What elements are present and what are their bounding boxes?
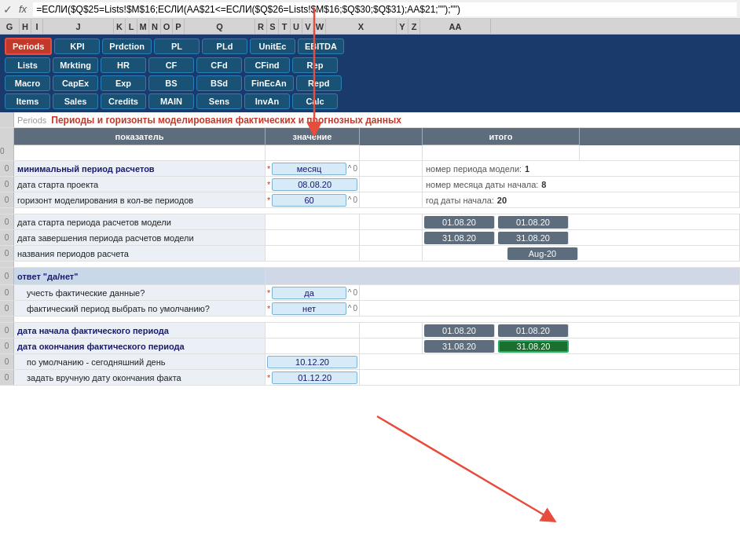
toolbar-btn-hr[interactable]: HR: [101, 57, 146, 73]
toolbar-row-1: ListsMrktingHRCFCFdCFindRep: [5, 57, 735, 73]
toolbar-btn-pld[interactable]: PLd: [202, 38, 247, 54]
toolbar-btn-invan[interactable]: InvAn: [244, 93, 290, 109]
toolbar-btn-sales[interactable]: Sales: [53, 93, 98, 109]
extra-info: номер месяца даты начала: 8: [423, 177, 580, 192]
row-value-cell: * да ^ 0: [266, 285, 360, 300]
table-row: 0 названия периодов расчета Aug-20: [0, 246, 740, 262]
toolbar-btn-prdction[interactable]: Prdction: [102, 38, 152, 54]
value-input[interactable]: да: [272, 287, 346, 299]
table-row: [0, 317, 740, 323]
empty-cell: [360, 246, 423, 261]
empty-cell: [14, 262, 740, 267]
section-prefix: Periods: [17, 115, 46, 125]
toolbar-btn-repd[interactable]: Repd: [296, 75, 342, 91]
table-header: показатель значение итого: [0, 128, 740, 145]
empty-cell: [360, 177, 423, 192]
empty-cell: [360, 145, 423, 160]
value-input[interactable]: 10.12.20: [267, 356, 357, 368]
row-value-cell: * 01.12.20: [266, 370, 360, 385]
row-label: дата окончания фактического периода: [14, 339, 266, 353]
col-header-label: показатель: [14, 128, 266, 145]
col-header-Y: Y: [397, 19, 408, 34]
table-row: 0 по умолчанию - сегодняшний день 10.12.…: [0, 354, 740, 370]
toolbar-btn-rep[interactable]: Rep: [292, 57, 338, 73]
toolbar-btn-exp[interactable]: Exp: [101, 75, 146, 91]
asterisk-icon: *: [267, 304, 270, 313]
col-header-U: U: [291, 19, 302, 34]
formula-input[interactable]: [33, 2, 737, 16]
toolbar-btn-calc[interactable]: Calc: [292, 93, 338, 109]
toolbar-btn-kpi[interactable]: KPI: [54, 38, 100, 54]
value-input[interactable]: месяц: [272, 163, 346, 175]
toolbar-btn-mrkting[interactable]: Mrkting: [53, 57, 98, 73]
svg-line-3: [377, 416, 550, 518]
extra-info: номер периода модели: 1: [423, 161, 580, 176]
row-num: 0: [0, 370, 14, 385]
value-input[interactable]: 60: [272, 194, 346, 207]
toolbar-btn-cfind[interactable]: CFind: [244, 57, 290, 73]
result-cell: 01.08.20 01.08.20: [423, 323, 580, 338]
row-num-header: [0, 128, 14, 145]
asterisk-icon: *: [267, 196, 270, 205]
col-header-S: S: [267, 19, 279, 34]
result-cell: Aug-20: [423, 246, 580, 261]
toolbar-btn-pl[interactable]: PL: [154, 38, 200, 54]
section-title-row: Periods Периоды и горизонты моделировани…: [14, 112, 740, 127]
row-num: 0: [0, 285, 14, 300]
toolbar-btn-sens[interactable]: Sens: [196, 93, 242, 109]
toolbar-btn-lists[interactable]: Lists: [5, 57, 50, 73]
col-header-P: P: [173, 19, 185, 34]
table-row: 0 дата старта проекта * 08.08.20 номер м…: [0, 177, 740, 192]
row-label: названия периодов расчета: [14, 246, 266, 261]
toolbar-btn-unitec[interactable]: UnitEc: [250, 38, 295, 54]
toolbar-row-2: MacroCapExExpBSBSdFinEcAnRepd: [5, 75, 735, 91]
toolbar-row-3: ItemsSalesCreditsMAINSensInvAnCalc: [5, 93, 735, 109]
toolbar-btn-finecan[interactable]: FinEcAn: [244, 75, 294, 91]
col-header-rest: [580, 128, 740, 145]
row-label: учесть фактические данные?: [14, 285, 266, 300]
caret-icon: ^: [348, 164, 352, 173]
toolbar-btn-credits[interactable]: Credits: [101, 93, 146, 109]
extra-label: номер периода модели:: [423, 164, 525, 174]
empty-cell: [360, 354, 740, 369]
toolbar-btn-capex[interactable]: CapEx: [53, 75, 98, 91]
caret-icon: ^: [348, 304, 352, 313]
toolbar-btn-bs[interactable]: BS: [148, 75, 194, 91]
row-label: по умолчанию - сегодняшний день: [14, 354, 266, 369]
toolbar-btn-ebitda[interactable]: EBITDA: [298, 38, 344, 54]
empty-cell: [580, 246, 740, 261]
result-value2: 01.08.20: [498, 216, 569, 229]
table-row: 0: [0, 145, 740, 161]
empty-cell: [360, 161, 423, 176]
row-num: 0: [0, 323, 14, 338]
row-num-title: [0, 112, 14, 127]
toolbar-btn-periods[interactable]: Periods: [5, 38, 52, 55]
col-header-total: итого: [423, 128, 580, 145]
table-row: 0 горизонт моделирования в кол-ве период…: [0, 192, 740, 208]
col-header-J: J: [43, 19, 114, 34]
value-input[interactable]: 08.08.20: [272, 178, 357, 191]
empty-cell: [266, 339, 360, 353]
value-input[interactable]: нет: [272, 302, 346, 315]
zero-indicator: 0: [353, 304, 357, 313]
col-header-Z: Z: [408, 19, 420, 34]
result-cell: 31.08.20 31.08.20: [423, 230, 580, 245]
toolbar-btn-cfd[interactable]: CFd: [196, 57, 242, 73]
row-label: горизонт моделирования в кол-ве периодов: [14, 192, 266, 207]
col-header-R: R: [255, 19, 267, 34]
row-num: 0: [0, 301, 14, 316]
row-label: минимальный период расчетов: [14, 161, 266, 176]
toolbar-btn-items[interactable]: Items: [5, 93, 50, 109]
toolbar-btn-bsd[interactable]: BSd: [196, 75, 242, 91]
value-input[interactable]: 01.12.20: [272, 372, 357, 384]
col-header-Q: Q: [185, 19, 255, 34]
toolbar-btn-cf[interactable]: CF: [148, 57, 194, 73]
toolbar-btn-macro[interactable]: Macro: [5, 75, 50, 91]
toolbar-btn-main[interactable]: MAIN: [148, 93, 194, 109]
col-header-L: L: [126, 19, 137, 34]
zero-indicator: 0: [353, 164, 357, 173]
formula-checkmark[interactable]: ✓: [3, 3, 13, 16]
row-label: задать вручную дату окончания факта: [14, 370, 266, 385]
toolbar: PeriodsKPIPrdctionPLPLdUnitEcEBITDALists…: [0, 35, 740, 112]
table-row: 0 дата завершения периода расчетов модел…: [0, 230, 740, 246]
